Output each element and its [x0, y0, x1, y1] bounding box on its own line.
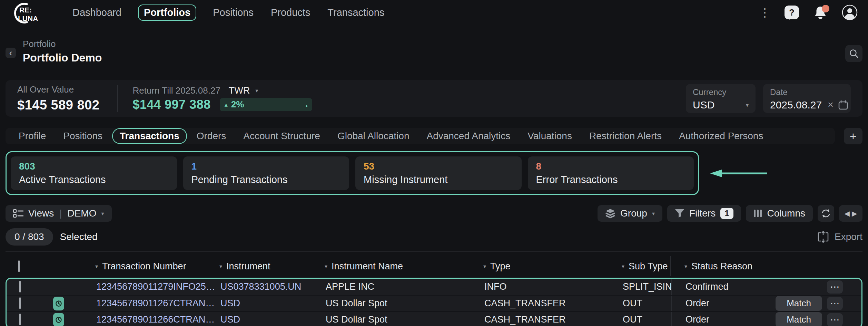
return-change-badge: ▴ 2% [220, 98, 312, 111]
sort-caret-icon[interactable]: ▾ [684, 263, 687, 270]
table-row[interactable]: 123456789011266CTRAN… USD US Dollar Spot… [7, 311, 861, 326]
reluna-logo[interactable]: RE: LUNA [10, 2, 39, 24]
transaction-number-link[interactable]: 123456789011279INFO25… [89, 281, 214, 292]
top-nav: RE: LUNA Dashboard Portfolios Positions … [0, 0, 868, 25]
all-over-value-metric: All Over Value $145 589 802 [17, 84, 99, 113]
nav-item-transactions[interactable]: Transactions [327, 5, 385, 20]
match-button[interactable]: Match [776, 296, 822, 311]
header-sub-type[interactable]: ▾ Sub Type [618, 261, 670, 272]
views-label: Views [28, 208, 54, 219]
row-more-button[interactable]: ⋯ [827, 297, 843, 310]
currency-select[interactable]: Currency USD ▾ [686, 84, 756, 113]
transaction-number-link[interactable]: 123456789011267CTRAN… [89, 298, 214, 309]
logo-arc-icon: RE: LUNA [10, 2, 39, 24]
tab-positions[interactable]: Positions [56, 128, 110, 144]
date-picker[interactable]: Date 2025.08.27 ✕ [763, 84, 851, 113]
tab-valuations[interactable]: Valuations [520, 128, 580, 144]
add-tab-button[interactable]: + [844, 128, 862, 144]
columns-label: Columns [767, 208, 805, 219]
return-value: $144 997 388 [132, 97, 210, 112]
header-label: Instrument Name [332, 261, 403, 272]
instrument-link[interactable]: US0378331005.UN [214, 281, 319, 292]
active-transactions-label: Active Transactions [19, 174, 169, 185]
views-divider: | [59, 208, 62, 219]
header-instrument[interactable]: ▾ Instrument [213, 261, 318, 272]
currency-label: Currency [693, 87, 749, 97]
selection-row: 0 / 803 Selected Export [6, 229, 862, 245]
sort-caret-icon[interactable]: ▾ [95, 263, 98, 270]
views-dropdown[interactable]: Views | DEMO ▾ [6, 205, 112, 222]
page-body: ‹ Portfolio Portfolio Demo All Over Valu… [0, 39, 868, 326]
columns-button[interactable]: Columns [746, 205, 813, 222]
instrument-link[interactable]: USD [214, 298, 319, 309]
transaction-number-link[interactable]: 123456789011266CTRAN… [89, 314, 214, 325]
group-caret-icon: ▾ [652, 210, 655, 217]
nav-item-portfolios[interactable]: Portfolios [138, 4, 196, 21]
highlighted-rows-group: 123456789011279INFO25… US0378331005.UN A… [6, 278, 862, 326]
notifications-button[interactable] [813, 5, 828, 20]
tab-authorized-persons[interactable]: Authorized Persons [671, 128, 771, 144]
sort-caret-icon[interactable]: ▾ [325, 263, 327, 270]
all-over-value: $145 589 802 [17, 98, 99, 113]
calendar-icon[interactable] [838, 100, 848, 110]
views-caret-icon: ▾ [101, 210, 104, 217]
row-checkbox[interactable] [19, 281, 21, 293]
sort-caret-icon[interactable]: ▾ [622, 263, 624, 270]
date-clear-icon[interactable]: ✕ [827, 100, 834, 109]
row-checkbox[interactable] [19, 314, 21, 325]
nav-item-dashboard[interactable]: Dashboard [72, 5, 122, 20]
error-transactions-label: Error Transactions [536, 174, 686, 185]
nav-item-positions[interactable]: Positions [212, 5, 254, 20]
logo-line1: RE: [19, 6, 32, 14]
sort-caret-icon[interactable]: ▾ [219, 263, 222, 270]
table-row[interactable]: 123456789011279INFO25… US0378331005.UN A… [7, 279, 861, 295]
breadcrumb: Portfolio [23, 39, 102, 49]
sort-caret-icon[interactable]: ▾ [483, 263, 486, 270]
tab-profile[interactable]: Profile [11, 128, 53, 144]
nav-item-products[interactable]: Products [270, 5, 311, 20]
kebab-menu-icon[interactable]: ⋮ [759, 7, 771, 18]
header-instrument-name[interactable]: ▾ Instrument Name [318, 261, 476, 272]
select-all-checkbox[interactable] [18, 260, 20, 272]
tab-global-allocation[interactable]: Global Allocation [330, 128, 417, 144]
filter-funnel-icon [675, 209, 684, 218]
prev-arrow-icon[interactable]: ◀ [845, 209, 850, 218]
row-more-button[interactable]: ⋯ [827, 313, 843, 326]
export-button[interactable]: Export [817, 231, 862, 243]
summary-cards-row: 803 Active Transactions 1 Pending Transa… [6, 151, 862, 195]
return-mode-value[interactable]: TWR [229, 85, 250, 96]
plus-icon: + [850, 130, 857, 143]
selected-label: Selected [60, 231, 98, 242]
header-transaction-number[interactable]: ▾ Transaction Number [88, 261, 213, 272]
views-list-icon [13, 209, 23, 218]
table-row[interactable]: 123456789011267CTRAN… USD US Dollar Spot… [7, 295, 861, 311]
tab-account-structure[interactable]: Account Structure [236, 128, 328, 144]
return-mode-caret-icon[interactable]: ▾ [255, 87, 258, 94]
card-missing-instrument[interactable]: 53 Missing Instrument [355, 156, 522, 190]
header-status-reason[interactable]: ▾ Status Reason [670, 256, 862, 276]
group-button[interactable]: Group ▾ [598, 205, 662, 222]
tab-restriction-alerts[interactable]: Restriction Alerts [582, 128, 669, 144]
help-icon[interactable]: ? [785, 6, 799, 19]
filters-button[interactable]: Filters 1 [667, 205, 741, 222]
card-active-transactions[interactable]: 803 Active Transactions [11, 156, 177, 190]
card-error-transactions[interactable]: 8 Error Transactions [528, 156, 694, 190]
header-type[interactable]: ▾ Type [476, 261, 618, 272]
match-button[interactable]: Match [776, 312, 822, 326]
group-label: Group [620, 208, 647, 219]
user-avatar[interactable] [842, 4, 858, 20]
tab-advanced-analytics[interactable]: Advanced Analytics [419, 128, 518, 144]
row-more-button[interactable]: ⋯ [827, 280, 843, 294]
currency-caret-icon[interactable]: ▾ [746, 102, 749, 108]
row-checkbox[interactable] [19, 297, 21, 309]
back-button[interactable]: ‹ [6, 48, 16, 58]
card-pending-transactions[interactable]: 1 Pending Transactions [183, 156, 349, 190]
refresh-button[interactable] [818, 205, 834, 222]
tab-transactions[interactable]: Transactions [112, 128, 187, 144]
pager-button[interactable]: ◀ ▶ [839, 205, 862, 222]
next-arrow-icon[interactable]: ▶ [852, 209, 857, 218]
tab-orders[interactable]: Orders [189, 128, 234, 144]
search-button[interactable] [845, 45, 862, 62]
instrument-link[interactable]: USD [214, 314, 319, 325]
summary-cards-group: 803 Active Transactions 1 Pending Transa… [6, 151, 699, 195]
